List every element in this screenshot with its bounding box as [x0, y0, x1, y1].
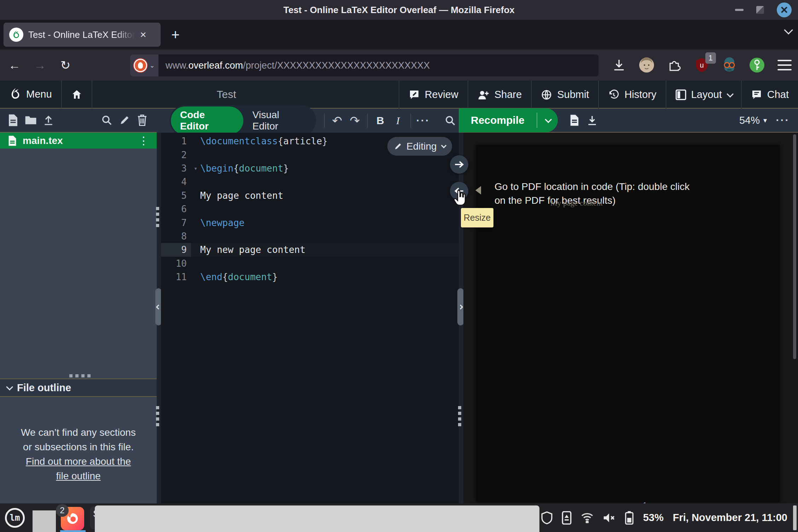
rename-pencil-icon[interactable]: [116, 111, 133, 129]
sync-to-pdf-button[interactable]: [450, 155, 468, 174]
useragent-switcher-icon[interactable]: [721, 57, 738, 74]
file-outline-help-link[interactable]: Find out more about the: [0, 454, 157, 469]
italic-icon[interactable]: I: [389, 112, 407, 129]
upload-icon[interactable]: [40, 111, 57, 129]
code-line-5[interactable]: 5My page content: [161, 189, 459, 202]
volume-muted-icon[interactable]: [603, 512, 615, 524]
code-editor-tab[interactable]: Code Editor: [171, 106, 243, 135]
delete-trash-icon[interactable]: [133, 111, 151, 129]
recompile-button[interactable]: Recompile: [459, 108, 558, 132]
recompile-label[interactable]: Recompile: [459, 108, 537, 132]
tab-close-icon[interactable]: ×: [140, 29, 146, 41]
editing-mode-dropdown[interactable]: Editing: [387, 137, 452, 156]
resize-tooltip: Resize: [461, 208, 493, 227]
pdf-zoom-level: 54%: [739, 115, 760, 126]
code-line-4[interactable]: 4: [161, 175, 459, 189]
chevron-down-icon: [727, 90, 734, 97]
show-desktop-button[interactable]: [793, 505, 797, 530]
chat-icon: [751, 89, 762, 100]
taskbar: lm 2 $ 53% Fri, November 21, 11:00: [0, 503, 798, 532]
divider-drag-handle[interactable]: [156, 207, 159, 227]
code-line-3[interactable]: 3▾\begin{document}: [161, 162, 459, 175]
code-line-9[interactable]: 9My new page content: [161, 243, 459, 256]
reload-button[interactable]: ↻: [55, 55, 76, 75]
tab-title: Test - Online LaTeX Editor Overleaf: [28, 29, 134, 40]
new-file-icon[interactable]: [4, 111, 22, 129]
taskbar-window-list-item[interactable]: [95, 505, 539, 532]
account-avatar[interactable]: [638, 57, 655, 74]
file-item-maintex[interactable]: main.tex ⋮: [0, 133, 157, 149]
ublock-icon[interactable]: u 1: [693, 57, 710, 74]
menu-button[interactable]: Menu: [0, 80, 61, 108]
left-pane-divider[interactable]: [157, 133, 161, 503]
bold-icon[interactable]: B: [371, 112, 389, 129]
url-bar[interactable]: ⌄ www.overleaf.com/project/XXXXXXXXXXXXX…: [130, 54, 598, 76]
ublock-badge: 1: [705, 52, 716, 64]
maximize-button[interactable]: [756, 6, 764, 14]
review-button[interactable]: Review: [399, 81, 468, 109]
code-line-10[interactable]: 10: [161, 257, 459, 270]
mouse-cursor: [452, 189, 468, 206]
file-outline-header[interactable]: File outline: [0, 378, 157, 397]
code-editor[interactable]: 1\documentclass{article}23▾\begin{docume…: [161, 133, 459, 503]
project-title: Test: [177, 88, 276, 100]
redo-icon[interactable]: ↷: [346, 112, 364, 129]
minimize-button[interactable]: [735, 9, 744, 11]
layout-button[interactable]: Layout: [666, 81, 741, 109]
search-engine-chip[interactable]: ⌄: [130, 54, 158, 76]
list-tabs-icon[interactable]: [785, 28, 791, 35]
back-button[interactable]: ←: [4, 55, 25, 75]
close-button[interactable]: ✕: [777, 2, 792, 17]
pdf-zoom-caret-icon: ▾: [763, 116, 767, 125]
recompile-caret-icon[interactable]: [537, 108, 558, 132]
file-menu-kebab-icon[interactable]: ⋮: [138, 134, 149, 147]
more-tools-icon[interactable]: ···: [415, 112, 432, 129]
download-pdf-icon[interactable]: [583, 111, 601, 129]
code-line-7[interactable]: 7\newpage: [161, 216, 459, 229]
firefox-active-indicator: [60, 530, 86, 532]
duckduckgo-icon: [134, 59, 147, 72]
pdf-scrollbar[interactable]: [793, 134, 796, 359]
search-in-file-icon[interactable]: [441, 112, 459, 129]
url-text: www.overleaf.com/project/XXXXXXXXXXXXXXX…: [166, 60, 430, 71]
collapse-right-pane-button[interactable]: [457, 288, 464, 325]
pdf-more-icon[interactable]: ···: [774, 111, 792, 129]
new-folder-icon[interactable]: [22, 111, 40, 129]
code-line-6[interactable]: 6: [161, 202, 459, 216]
submit-button[interactable]: Submit: [532, 81, 598, 109]
hamburger-menu-icon[interactable]: [776, 57, 793, 74]
compile-log-icon[interactable]: [566, 111, 583, 129]
undo-icon[interactable]: ↶: [328, 112, 346, 129]
file-tree-toolbar: [0, 109, 157, 133]
removable-media-icon[interactable]: [562, 511, 572, 525]
new-tab-button[interactable]: +: [166, 25, 185, 44]
search-project-icon[interactable]: [98, 111, 116, 129]
downloads-icon[interactable]: [611, 57, 628, 74]
history-button[interactable]: History: [599, 81, 665, 109]
visual-editor-tab[interactable]: Visual Editor: [243, 106, 315, 135]
code-line-11[interactable]: 11\end{document}: [161, 270, 459, 284]
taskbar-clock[interactable]: Fri, November 21, 11:00: [673, 512, 787, 524]
taskbar-window-thumb[interactable]: [33, 510, 56, 532]
chat-button[interactable]: Chat: [742, 81, 798, 109]
divider-drag-handle-right[interactable]: [458, 406, 461, 426]
review-icon: [409, 89, 420, 100]
keepassxc-icon[interactable]: [748, 57, 765, 74]
battery-icon[interactable]: [625, 511, 634, 525]
forward-button[interactable]: →: [30, 55, 50, 75]
file-name: main.tex: [23, 135, 133, 146]
file-outline-help-link2[interactable]: file outline: [0, 469, 157, 483]
home-button[interactable]: [62, 80, 92, 108]
share-button[interactable]: Share: [468, 81, 531, 109]
svg-text:u: u: [700, 61, 704, 69]
code-line-8[interactable]: 8: [161, 230, 459, 243]
tab-active[interactable]: Test - Online LaTeX Editor Overleaf ×: [4, 23, 161, 47]
history-icon: [608, 89, 619, 100]
mint-menu-button[interactable]: lm: [5, 508, 25, 528]
divider-drag-handle-lower[interactable]: [156, 406, 159, 426]
pdf-zoom-control[interactable]: 54%▾: [739, 115, 767, 126]
shield-icon[interactable]: [541, 511, 553, 524]
outline-resize-grip[interactable]: [69, 374, 91, 377]
wifi-icon[interactable]: [581, 513, 594, 523]
extensions-puzzle-icon[interactable]: [666, 57, 683, 74]
